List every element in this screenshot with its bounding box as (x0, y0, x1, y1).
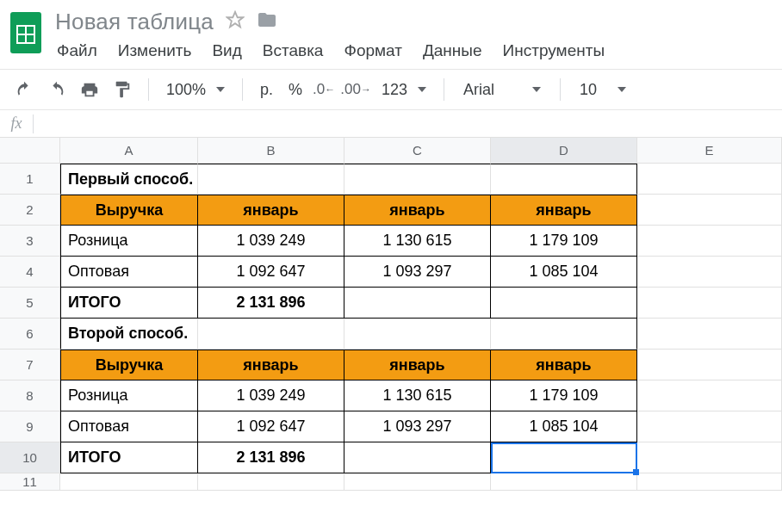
cell[interactable]: Первый способ. (60, 164, 198, 195)
col-header-E[interactable]: E (637, 138, 782, 163)
cell[interactable]: 1 093 297 (344, 411, 491, 442)
doc-title[interactable]: Новая таблица (55, 9, 214, 35)
cell[interactable] (60, 473, 198, 491)
cell[interactable] (198, 164, 344, 195)
row-header[interactable]: 5 (0, 288, 59, 319)
row-header[interactable]: 1 (0, 164, 59, 195)
cell[interactable]: 1 092 647 (198, 411, 344, 442)
cell[interactable] (637, 473, 782, 491)
cell[interactable]: Выручка (60, 350, 198, 380)
sheets-logo-icon (9, 10, 43, 55)
menu-insert[interactable]: Вставка (263, 41, 324, 60)
cells-area[interactable]: Первый способ. Выручка январь январь янв… (60, 164, 782, 491)
col-header-B[interactable]: B (198, 138, 344, 163)
cell[interactable]: январь (344, 195, 491, 226)
cell[interactable] (344, 164, 491, 195)
cell[interactable] (637, 442, 782, 473)
col-header-D[interactable]: D (491, 138, 637, 163)
cell[interactable] (637, 257, 782, 288)
cell[interactable]: ИТОГО (60, 442, 198, 473)
cell[interactable] (344, 473, 491, 491)
cell[interactable]: 2 131 896 (198, 442, 344, 473)
number-format-select[interactable]: 123 (376, 81, 431, 99)
cell[interactable]: январь (198, 195, 344, 226)
row-header[interactable]: 11 (0, 473, 59, 491)
cell[interactable] (637, 288, 782, 319)
cell[interactable]: Выручка (60, 195, 198, 226)
cell[interactable]: январь (491, 195, 637, 226)
formula-input[interactable] (34, 110, 782, 137)
cell[interactable] (637, 195, 782, 226)
chevron-down-icon (216, 87, 225, 92)
cell[interactable]: Второй способ. (60, 319, 198, 350)
cell[interactable]: 1 039 249 (198, 380, 344, 411)
cell[interactable]: 1 130 615 (344, 226, 491, 257)
cell[interactable]: Оптовая (60, 411, 198, 442)
undo-icon[interactable] (10, 76, 38, 103)
cell[interactable] (637, 411, 782, 442)
cell[interactable] (637, 380, 782, 411)
cell[interactable]: 1 179 109 (491, 380, 637, 411)
cell[interactable]: Розница (60, 380, 198, 411)
cell[interactable] (637, 226, 782, 257)
cell[interactable] (491, 473, 637, 491)
cell[interactable]: январь (198, 350, 344, 380)
menu-tools[interactable]: Инструменты (503, 41, 605, 60)
cell[interactable]: Розница (60, 226, 198, 257)
menu-format[interactable]: Формат (344, 41, 402, 60)
separator (560, 78, 561, 101)
cell[interactable]: Оптовая (60, 257, 198, 288)
star-icon[interactable] (226, 10, 245, 33)
cell[interactable] (637, 319, 782, 350)
col-header-C[interactable]: C (344, 138, 491, 163)
paint-format-icon[interactable] (109, 76, 136, 103)
cell[interactable]: 1 130 615 (344, 380, 491, 411)
cell[interactable] (491, 442, 637, 473)
menu-edit[interactable]: Изменить (118, 41, 192, 60)
cell[interactable]: ИТОГО (60, 288, 198, 319)
cell[interactable] (198, 319, 344, 350)
cell[interactable] (344, 442, 491, 473)
cell[interactable]: 1 085 104 (491, 257, 637, 288)
cell[interactable] (637, 164, 782, 195)
cell[interactable]: 1 092 647 (198, 257, 344, 288)
menu-file[interactable]: Файл (57, 41, 97, 60)
row-header[interactable]: 9 (0, 411, 59, 442)
font-size-select[interactable]: 10 (573, 81, 633, 99)
row-header[interactable]: 10 (0, 442, 59, 473)
cell[interactable] (491, 164, 637, 195)
cell[interactable] (344, 319, 491, 350)
decrease-decimal-icon[interactable]: .0← (313, 76, 335, 103)
row-header[interactable]: 4 (0, 257, 59, 288)
font-family-select[interactable]: Arial (456, 81, 548, 99)
row-header[interactable]: 6 (0, 319, 59, 350)
cell[interactable] (637, 350, 782, 380)
cell[interactable]: 2 131 896 (198, 288, 344, 319)
col-header-A[interactable]: A (60, 138, 198, 163)
select-all-corner[interactable] (0, 138, 60, 163)
row-header[interactable]: 7 (0, 350, 59, 380)
cell[interactable]: январь (491, 350, 637, 380)
format-percent[interactable]: % (283, 81, 307, 99)
row-header[interactable]: 2 (0, 195, 59, 226)
cell[interactable] (344, 288, 491, 319)
cell[interactable]: 1 085 104 (491, 411, 637, 442)
zoom-select[interactable]: 100% (161, 81, 230, 99)
redo-icon[interactable] (43, 76, 71, 103)
folder-icon[interactable] (257, 9, 277, 34)
increase-decimal-icon[interactable]: .00→ (340, 76, 371, 103)
cell[interactable] (198, 473, 344, 491)
cell[interactable] (491, 319, 637, 350)
cell[interactable]: 1 039 249 (198, 226, 344, 257)
row-header[interactable]: 8 (0, 380, 59, 411)
format-currency[interactable]: р. (255, 81, 278, 99)
menu-data[interactable]: Данные (423, 41, 482, 60)
cell[interactable]: январь (344, 350, 491, 380)
row-header[interactable]: 3 (0, 226, 59, 257)
cell[interactable] (491, 288, 637, 319)
print-icon[interactable] (76, 76, 103, 103)
chevron-down-icon (532, 87, 541, 92)
cell[interactable]: 1 179 109 (491, 226, 637, 257)
menu-view[interactable]: Вид (212, 41, 241, 60)
cell[interactable]: 1 093 297 (344, 257, 491, 288)
